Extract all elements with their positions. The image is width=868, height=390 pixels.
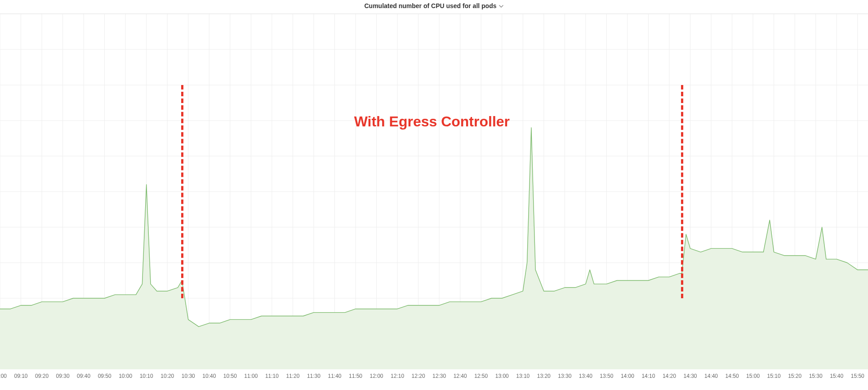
x-tick-label: 12:50 [474, 373, 488, 379]
x-tick-label: 11:40 [328, 373, 341, 379]
x-tick-label: 13:40 [579, 373, 592, 379]
annotation-label: With Egress Controller [354, 113, 510, 130]
x-tick-label: 11:00 [244, 373, 258, 379]
x-tick-label: 12:10 [391, 373, 404, 379]
panel-title-text: Cumulated number of CPU used for all pod… [364, 2, 496, 9]
x-axis: 09:0009:1009:2009:3009:4009:5010:0010:10… [0, 373, 868, 386]
panel-header: Cumulated number of CPU used for all pod… [0, 2, 868, 10]
x-tick-label: 10:10 [140, 373, 153, 379]
marker-start-line [181, 85, 183, 298]
x-tick-label: 13:00 [495, 373, 509, 379]
x-tick-label: 09:30 [56, 373, 70, 379]
chart-panel[interactable]: 09:0009:1009:2009:3009:4009:5010:0010:10… [0, 13, 868, 382]
x-tick-label: 14:00 [621, 373, 634, 379]
x-tick-label: 09:50 [98, 373, 111, 379]
x-tick-label: 15:20 [788, 373, 801, 379]
x-tick-label: 11:50 [349, 373, 362, 379]
x-tick-label: 15:10 [767, 373, 781, 379]
chevron-down-icon [499, 3, 504, 9]
x-tick-label: 13:20 [537, 373, 551, 379]
x-tick-label: 10:20 [160, 373, 174, 379]
x-tick-label: 13:30 [558, 373, 571, 379]
x-tick-label: 15:30 [809, 373, 823, 379]
x-tick-label: 09:10 [14, 373, 28, 379]
x-tick-label: 12:20 [412, 373, 425, 379]
x-tick-label: 09:00 [0, 373, 7, 379]
x-tick-label: 14:50 [726, 373, 739, 379]
x-tick-label: 12:30 [432, 373, 446, 379]
x-tick-label: 12:40 [454, 373, 467, 379]
x-tick-label: 14:30 [683, 373, 697, 379]
x-tick-label: 15:50 [851, 373, 864, 379]
chart-plot [0, 14, 868, 369]
panel-title-button[interactable]: Cumulated number of CPU used for all pod… [364, 2, 503, 9]
x-tick-label: 09:40 [77, 373, 90, 379]
x-tick-label: 10:50 [223, 373, 237, 379]
marker-end-line [681, 85, 683, 298]
x-tick-label: 14:20 [663, 373, 676, 379]
x-tick-label: 12:00 [370, 373, 383, 379]
x-tick-label: 10:30 [182, 373, 195, 379]
x-tick-label: 15:40 [830, 373, 843, 379]
x-tick-label: 13:50 [600, 373, 613, 379]
x-tick-label: 14:40 [704, 373, 718, 379]
x-tick-label: 10:00 [119, 373, 132, 379]
x-tick-label: 13:10 [516, 373, 530, 379]
x-tick-label: 11:10 [265, 373, 279, 379]
x-tick-label: 11:30 [307, 373, 320, 379]
x-tick-label: 11:20 [286, 373, 299, 379]
x-tick-label: 09:20 [35, 373, 49, 379]
x-tick-label: 14:10 [641, 373, 655, 379]
x-tick-label: 10:40 [202, 373, 216, 379]
x-tick-label: 15:00 [746, 373, 760, 379]
